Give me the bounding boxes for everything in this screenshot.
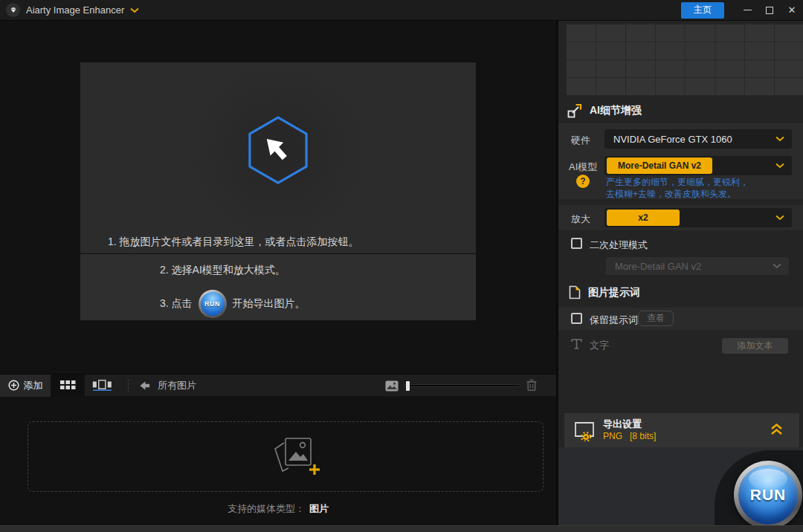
app-menu-chevron-down-icon[interactable] (130, 7, 139, 13)
instruction-step-3-prefix: 3. 点击 (160, 297, 193, 311)
home-button[interactable]: 主页 (681, 2, 724, 19)
instruction-step-3: 3. 点击 RUN 开始导出图片。 (160, 288, 306, 319)
image-thumbnail-icon (385, 380, 399, 392)
chevron-down-icon (775, 215, 784, 221)
all-images-label: 所有图片 (158, 379, 196, 392)
secondary-model-dropdown[interactable]: More-Detail GAN v2 (606, 257, 789, 275)
toolbar-divider (128, 379, 129, 392)
collapse-chevrons-up-icon[interactable] (770, 424, 783, 435)
instructions-panel: 2. 选择AI模型和放大模式。 3. 点击 RUN 开始导出图片。 (80, 254, 476, 320)
supported-media-label: 支持的媒体类型： (228, 503, 305, 514)
filmstrip-view-icon (92, 380, 112, 391)
settings-panel: AI细节增强 硬件 NVIDIA GeForce GTX 1060 AI模型 M… (556, 21, 803, 525)
all-images-button[interactable]: 所有图片 (139, 379, 196, 392)
export-settings-title: 导出设置 (603, 418, 642, 431)
add-circle-icon (8, 380, 19, 391)
hardware-value: NVIDIA GeForce GTX 1060 (613, 134, 775, 145)
add-text-button[interactable]: 添加文本 (722, 338, 788, 354)
ai-model-dropdown[interactable]: More-Detail GAN v2 (604, 156, 792, 175)
instruction-step-2: 2. 选择AI模型和放大模式。 (160, 264, 286, 277)
run-area: RUN (558, 447, 803, 525)
app-title: Aiarty Image Enhancer (26, 4, 124, 16)
ai-enhance-icon (567, 103, 582, 118)
model-description-line2: 去模糊+去噪，改善皮肤和头发。 (606, 188, 749, 200)
text-tool-icon (570, 337, 583, 350)
add-button[interactable]: 添加 (0, 374, 51, 397)
keep-prompt-label: 保留提示词 (590, 314, 638, 327)
gallery-toolbar: 添加 所有图片 (0, 374, 556, 396)
instruction-step-1: 1. 拖放图片文件或者目录到这里，或者点击添加按钮。 (108, 236, 359, 249)
ai-enhance-section-header: AI细节增强 (567, 103, 642, 118)
supported-media-text: 支持的媒体类型：图片 (0, 502, 556, 516)
add-images-icon (263, 432, 323, 479)
chevron-down-icon (775, 136, 784, 142)
slider-thumb[interactable] (406, 381, 410, 391)
drop-hexagon-icon (242, 108, 314, 193)
secondary-model-value: More-Detail GAN v2 (615, 261, 773, 272)
export-settings-block[interactable]: 导出设置 PNG[8 bits] (564, 413, 799, 447)
maximize-button[interactable] (758, 1, 781, 20)
close-button[interactable]: ✕ (781, 1, 803, 20)
app-window: Aiarty Image Enhancer 主页 ✕ 1. 拖放图片文件或者目录… (0, 0, 803, 532)
export-bit-depth: [8 bits] (630, 431, 656, 441)
drop-target-panel[interactable]: 1. 拖放图片文件或者目录到这里，或者点击添加按钮。 (80, 62, 476, 253)
keep-prompt-checkbox[interactable] (571, 313, 582, 324)
view-prompt-button[interactable]: 查看 (638, 311, 674, 326)
help-icon[interactable]: ? (576, 175, 590, 188)
export-settings-icon (573, 421, 596, 441)
main-area: 1. 拖放图片文件或者目录到这里，或者点击添加按钮。 2. 选择AI模型和放大模… (0, 21, 556, 525)
titlebar: Aiarty Image Enhancer 主页 ✕ (0, 0, 803, 21)
hardware-dropdown[interactable]: NVIDIA GeForce GTX 1060 (604, 129, 792, 149)
run-button[interactable]: RUN (734, 461, 802, 529)
scale-dropdown[interactable]: x2 (604, 208, 792, 227)
run-button-illustration-icon: RUN (199, 290, 227, 318)
app-logo-icon (6, 3, 20, 17)
add-button-label: 添加 (24, 379, 43, 392)
delete-trash-icon[interactable] (526, 378, 538, 395)
text-label: 文字 (590, 339, 609, 352)
prompt-section-title: 图片提示词 (588, 286, 640, 299)
document-icon (569, 285, 581, 299)
window-bottom-strip (0, 525, 803, 532)
secondary-mode-checkbox[interactable] (571, 238, 582, 249)
grid-view-icon (60, 380, 76, 390)
export-format-text: PNG[8 bits] (603, 431, 656, 441)
grid-view-button[interactable] (51, 374, 85, 397)
ai-model-value: More-Detail GAN v2 (607, 158, 712, 174)
supported-media-value: 图片 (309, 503, 329, 514)
thumbnail-size-slider[interactable] (404, 384, 520, 387)
filmstrip-view-button[interactable] (85, 374, 119, 397)
back-arrow-icon (139, 380, 150, 391)
chevron-down-icon (773, 263, 781, 269)
instruction-step-3-suffix: 开始导出图片。 (233, 297, 306, 311)
scale-value: x2 (607, 210, 680, 226)
export-format: PNG (603, 431, 622, 441)
ai-model-label: AI模型 (569, 160, 597, 174)
model-description-line1: 产生更多的细节，更细腻，更锐利， (606, 176, 749, 188)
hardware-label: 硬件 (571, 134, 590, 147)
run-button-label: RUN (750, 486, 787, 504)
minimize-button[interactable] (736, 1, 758, 20)
thumbnail-size-control (385, 374, 520, 397)
preview-grid-thumbnail[interactable] (566, 24, 803, 96)
prompt-section-header: 图片提示词 (569, 285, 640, 299)
model-description: 产生更多的细节，更细腻，更锐利， 去模糊+去噪，改善皮肤和头发。 (606, 176, 749, 200)
secondary-mode-label: 二次处理模式 (590, 239, 648, 252)
scale-label: 放大 (571, 213, 590, 226)
import-drop-zone[interactable] (28, 421, 544, 492)
chevron-down-icon (775, 163, 784, 169)
ai-enhance-title: AI细节增强 (590, 104, 642, 117)
